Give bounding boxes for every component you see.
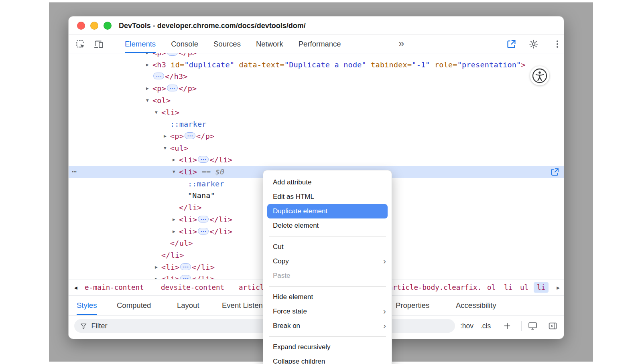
menu-item-paste[interactable]: Paste bbox=[263, 269, 392, 283]
expand-arrow-icon[interactable]: ▶ bbox=[164, 130, 167, 142]
dom-node-text: <ol> bbox=[152, 95, 171, 107]
dom-node-text: <li>⋯</li> bbox=[179, 154, 232, 166]
inline-expand-icon[interactable]: ⋯ bbox=[180, 263, 191, 270]
inline-expand-icon[interactable]: ⋯ bbox=[198, 228, 209, 235]
rendering-emulation-icon[interactable] bbox=[528, 321, 538, 331]
devtools-toolbar: ElementsConsoleSourcesNetworkPerformance… bbox=[69, 35, 564, 53]
dom-token-tag: </p> bbox=[179, 84, 197, 93]
dom-token-val: "presentation" bbox=[457, 61, 521, 69]
tab-layout[interactable]: Layout bbox=[177, 296, 199, 315]
menu-item-hide-element[interactable]: Hide element bbox=[263, 290, 392, 304]
menu-item-add-attribute[interactable]: Add attribute bbox=[263, 175, 392, 190]
dom-token-tag: </p> bbox=[196, 132, 214, 140]
inspect-element-icon[interactable] bbox=[75, 39, 85, 49]
breadcrumb-scroll-right-icon[interactable]: ▶ bbox=[557, 285, 560, 291]
dom-node-text: "Nana" bbox=[188, 190, 215, 202]
kebab-menu-icon[interactable] bbox=[553, 39, 562, 49]
more-tabs-icon[interactable]: » bbox=[398, 37, 404, 49]
accessibility-person-icon[interactable] bbox=[530, 66, 549, 85]
dom-node-text: ::marker bbox=[188, 178, 224, 190]
tab-properties[interactable]: Properties bbox=[396, 296, 429, 315]
breadcrumb-item-ul[interactable]: ul bbox=[520, 283, 528, 291]
tab-elements[interactable]: Elements bbox=[125, 35, 156, 53]
dom-token-tag: <p> bbox=[152, 84, 166, 93]
device-toolbar-icon[interactable] bbox=[93, 39, 104, 49]
dom-tree-row[interactable]: ▶<p>⋯</p> bbox=[69, 130, 564, 142]
expand-arrow-icon[interactable]: ▶ bbox=[155, 261, 158, 273]
tab-styles[interactable]: Styles bbox=[77, 296, 97, 315]
row-more-actions-icon[interactable]: ⋯ bbox=[72, 166, 77, 178]
expand-arrow-icon[interactable]: ▶ bbox=[155, 273, 158, 279]
dom-tree-row[interactable]: ▼<li> bbox=[69, 107, 564, 119]
tab-performance[interactable]: Performance bbox=[299, 35, 341, 53]
menu-item-cut[interactable]: Cut bbox=[263, 240, 392, 254]
breadcrumb-item-ol[interactable]: ol bbox=[487, 283, 496, 291]
expand-arrow-icon[interactable]: ▶ bbox=[173, 214, 175, 226]
menu-item-label: Expand recursively bbox=[273, 343, 331, 351]
menu-item-edit-as-html[interactable]: Edit as HTML bbox=[263, 190, 392, 204]
dom-node-text: <li> bbox=[161, 107, 179, 119]
dom-token-attr: role= bbox=[430, 61, 457, 69]
inline-expand-icon[interactable]: ⋯ bbox=[185, 132, 195, 139]
dom-tree-row[interactable]: ▼<ol> bbox=[69, 95, 564, 107]
close-button[interactable] bbox=[77, 22, 85, 30]
dom-tree-row[interactable]: ▼<ul> bbox=[69, 142, 564, 154]
dom-tree-row[interactable]: ▶<li>⋯</li> bbox=[69, 154, 564, 166]
maximize-button[interactable] bbox=[104, 22, 112, 30]
menu-item-duplicate-element[interactable]: Duplicate element bbox=[267, 204, 388, 218]
breadcrumb-item-e-main-content[interactable]: e-main-content bbox=[85, 283, 144, 291]
dom-tree-row[interactable]: ▶<h3 id="duplicate" data-text="Duplicate… bbox=[69, 59, 564, 71]
new-style-rule-icon[interactable] bbox=[503, 322, 512, 330]
inline-expand-icon[interactable]: ⋯ bbox=[167, 53, 178, 56]
square-arrow-icon[interactable] bbox=[550, 167, 560, 177]
tab-computed[interactable]: Computed bbox=[117, 296, 151, 315]
expand-arrow-icon[interactable]: ▶ bbox=[146, 53, 149, 59]
inline-expand-icon[interactable]: ⋯ bbox=[167, 85, 178, 91]
dom-token-tag: </li> bbox=[192, 263, 215, 271]
menu-item-collapse-children[interactable]: Collapse children bbox=[263, 354, 392, 364]
expand-arrow-icon[interactable]: ▶ bbox=[146, 83, 149, 95]
collapse-arrow-icon[interactable]: ▼ bbox=[164, 142, 167, 154]
tab-accessibility[interactable]: Accessibility bbox=[456, 296, 496, 315]
expand-arrow-icon[interactable]: ▶ bbox=[173, 154, 175, 166]
dom-token-meta: == $0 bbox=[197, 168, 224, 176]
dom-token-attr: id= bbox=[166, 61, 184, 69]
breadcrumb-item-li[interactable]: li bbox=[534, 282, 549, 293]
inline-expand-icon[interactable]: ⋯ bbox=[153, 73, 164, 79]
menu-item-delete-element[interactable]: Delete element bbox=[263, 218, 392, 233]
expand-arrow-icon[interactable]: ▶ bbox=[146, 59, 149, 71]
titlebar[interactable]: DevTools - developer.chrome.com/docs/dev… bbox=[69, 16, 564, 35]
dom-token-tag: </p> bbox=[179, 53, 197, 57]
dom-node-text: <li>⋯</li> bbox=[179, 214, 232, 226]
collapse-arrow-icon[interactable]: ▼ bbox=[146, 95, 149, 107]
element-classes-button[interactable]: .cls bbox=[480, 322, 491, 330]
menu-item-label: Break on bbox=[273, 322, 300, 330]
tab-network[interactable]: Network bbox=[256, 35, 283, 53]
tab-console[interactable]: Console bbox=[171, 35, 198, 53]
minimize-button[interactable] bbox=[90, 22, 98, 30]
breadcrumb-item-li[interactable]: li bbox=[504, 283, 512, 291]
inline-expand-icon[interactable]: ⋯ bbox=[198, 156, 209, 163]
inline-expand-icon[interactable]: ⋯ bbox=[198, 216, 209, 222]
dom-token-tag: <li> bbox=[179, 215, 197, 224]
menu-item-break-on[interactable]: Break on› bbox=[263, 319, 392, 333]
tab-sources[interactable]: Sources bbox=[213, 35, 241, 53]
breadcrumb-item-devsite-content[interactable]: devsite-content bbox=[161, 283, 224, 291]
expand-arrow-icon[interactable]: ▶ bbox=[173, 226, 175, 238]
dom-tree-row[interactable]: ▶<p>⋯</p> bbox=[69, 83, 564, 95]
dom-node-text: </li> bbox=[161, 249, 184, 261]
menu-item-copy[interactable]: Copy› bbox=[263, 254, 392, 269]
settings-gear-icon[interactable] bbox=[528, 39, 539, 49]
collapse-arrow-icon[interactable]: ▼ bbox=[173, 166, 175, 178]
inline-expand-icon[interactable]: ⋯ bbox=[180, 275, 191, 279]
toggle-sidebar-icon[interactable] bbox=[548, 321, 558, 331]
menu-item-expand-recursively[interactable]: Expand recursively bbox=[263, 340, 392, 354]
dom-tree-row[interactable]: ⋯</h3> bbox=[69, 71, 564, 83]
toggle-element-state-button[interactable]: :hov bbox=[460, 322, 473, 330]
menu-item-force-state[interactable]: Force state› bbox=[263, 304, 392, 319]
dom-tree-row[interactable]: ::marker bbox=[69, 118, 564, 130]
dom-node-text: <li>⋯</li> bbox=[161, 273, 215, 279]
collapse-arrow-icon[interactable]: ▼ bbox=[155, 107, 158, 119]
dom-tree-row[interactable]: ▶<p>⋯</p> bbox=[69, 53, 564, 59]
square-arrow-icon[interactable] bbox=[506, 38, 517, 49]
